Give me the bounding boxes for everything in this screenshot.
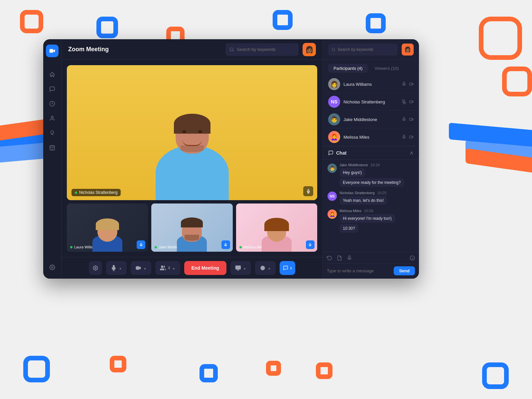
sv-mic-laura[interactable]: [137, 240, 145, 249]
send-button[interactable]: Send: [394, 266, 415, 275]
chat-group-melissa: 👩‍🦰 Melissa Miles 10:26 Hi everyone! I'm…: [328, 209, 414, 234]
participants-tabs: Participants (4) Viewers (10): [323, 60, 419, 75]
small-video-jake: Jake Middlestone: [151, 203, 232, 252]
person-eye-right: [198, 130, 202, 133]
screen-share-button[interactable]: ▲: [230, 261, 251, 275]
participant-name-melissa: Melissa Miles: [343, 135, 398, 140]
sv-active-jake: [155, 246, 157, 248]
chat-meta-jake: Jake Middlestone 10:24: [339, 163, 414, 167]
sv-head-laura: [97, 222, 117, 242]
record-icon: [260, 265, 266, 271]
settings-button[interactable]: [89, 261, 102, 275]
sv-mic-jake[interactable]: [221, 240, 230, 249]
person-mouth: [182, 139, 202, 146]
participants-count: 4: [168, 266, 170, 270]
sidebar-item-home[interactable]: [46, 68, 58, 80]
active-indicator: [75, 192, 77, 194]
laura-avatar-img: 👩: [328, 78, 340, 90]
participants-chevron: ▲: [172, 266, 176, 270]
header-search-bar[interactable]: [225, 43, 299, 56]
chat-toolbar-button[interactable]: ›: [280, 261, 295, 275]
svg-line-9: [233, 50, 234, 51]
person-hair: [174, 114, 210, 134]
chat-input-divider: Send: [327, 263, 415, 275]
sv-active-laura: [70, 246, 72, 248]
mic-chevron: ▲: [119, 266, 122, 270]
participant-avatar-jake: 👨: [328, 113, 340, 125]
chat-avatar-nicholas: NS: [328, 192, 337, 201]
deco-shape-4: [273, 10, 293, 30]
sidebar-item-history[interactable]: [46, 98, 58, 110]
main-video-mic-icon[interactable]: [303, 186, 313, 196]
right-search-bar[interactable]: [328, 44, 398, 56]
participant-item-nicholas: NS Nicholas Strattenberg: [327, 93, 415, 111]
melissa-video-icon[interactable]: [409, 135, 414, 139]
small-video-laura: Laura Williams: [67, 203, 148, 252]
app-window: 20 Zoom Meeting 👩🏾: [43, 39, 419, 279]
laura-mic-icon[interactable]: [402, 82, 406, 86]
chat-message-input[interactable]: [327, 268, 391, 273]
nicholas-video-icon[interactable]: [409, 99, 414, 104]
chat-emoji-icon[interactable]: [410, 255, 415, 261]
chat-input-area: Send: [323, 252, 419, 279]
video-button[interactable]: ▲: [131, 261, 151, 275]
person-eye-left: [182, 130, 186, 133]
sidebar-item-contacts[interactable]: [46, 112, 58, 124]
search-icon: [229, 47, 234, 52]
chat-input-icons: [327, 255, 415, 261]
jake-video-icon[interactable]: [409, 117, 414, 122]
chat-avatar-jake-emoji: 👨: [330, 166, 335, 171]
sidebar: 20: [43, 39, 62, 279]
svg-point-15: [332, 48, 335, 51]
screen-share-icon: [235, 265, 241, 271]
sidebar-settings[interactable]: [46, 261, 58, 273]
deco-shape-5: [366, 13, 386, 33]
sv-mic-melissa[interactable]: [306, 240, 315, 249]
sv-hair-melissa: [264, 218, 289, 231]
right-search-input[interactable]: [337, 47, 394, 52]
mic-button[interactable]: ▲: [106, 261, 127, 275]
deco-shape-13: [482, 362, 509, 389]
end-meeting-button[interactable]: End Meeting: [184, 261, 226, 275]
app-title: Zoom Meeting: [68, 46, 225, 53]
chat-refresh-icon[interactable]: [327, 255, 332, 261]
sidebar-item-ideas[interactable]: [46, 127, 58, 139]
sidebar-item-calendar[interactable]: 20: [46, 142, 58, 154]
person-head: [176, 119, 209, 154]
tab-viewers[interactable]: Viewers (10): [369, 64, 404, 73]
participant-item-melissa: 👩‍🦰 Melissa Miles: [327, 128, 415, 146]
chat-attachment-icon[interactable]: [337, 255, 342, 261]
chat-section-header: Chat ∧: [323, 146, 419, 160]
sidebar-item-chat[interactable]: [46, 83, 58, 95]
participants-button[interactable]: 4 ▲: [155, 261, 180, 275]
svg-line-16: [334, 50, 335, 51]
tab-participants[interactable]: Participants (4): [328, 64, 368, 73]
chat-content-melissa: Melissa Miles 10:26 Hi everyone! I'm rea…: [339, 209, 414, 234]
deco-shape-7: [502, 66, 532, 96]
record-button[interactable]: ▲: [255, 261, 276, 275]
sv-hair-jake: [181, 217, 203, 227]
deco-shape-1: [20, 10, 43, 33]
svg-rect-12: [235, 266, 240, 269]
chat-meta-melissa: Melissa Miles 10:26: [339, 209, 414, 213]
chat-group-nicholas: NS Nicholas Strattenberg 10:25 Yeah man,…: [328, 191, 414, 206]
chat-mic-input-icon[interactable]: [347, 255, 352, 261]
chat-messages: 👨 Jake Middlestone 10:24 Hey guys!) Ever…: [323, 160, 419, 252]
user-avatar: 👩🏾: [303, 43, 316, 56]
jake-mic-icon[interactable]: [402, 117, 406, 122]
chat-collapse-button[interactable]: ∧: [410, 150, 414, 156]
video-chevron: ▲: [143, 266, 147, 270]
sidebar-logo[interactable]: [46, 45, 59, 57]
nicholas-mic-icon[interactable]: [402, 99, 406, 104]
laura-video-icon[interactable]: [409, 82, 414, 86]
svg-point-7: [52, 267, 53, 268]
chat-meta-nicholas: Nicholas Strattenberg 10:25: [339, 191, 414, 195]
chat-group-jake: 👨 Jake Middlestone 10:24 Hey guys!) Ever…: [328, 163, 414, 188]
jake-avatar-img: 👨: [328, 113, 340, 125]
deco-shape-11: [316, 362, 332, 379]
chat-more-icon: ›: [290, 265, 292, 271]
deco-shape-10: [266, 361, 281, 376]
melissa-mic-icon[interactable]: [402, 135, 406, 139]
participant-item-laura: 👩 Laura Williams: [327, 75, 415, 93]
search-input[interactable]: [237, 47, 295, 52]
